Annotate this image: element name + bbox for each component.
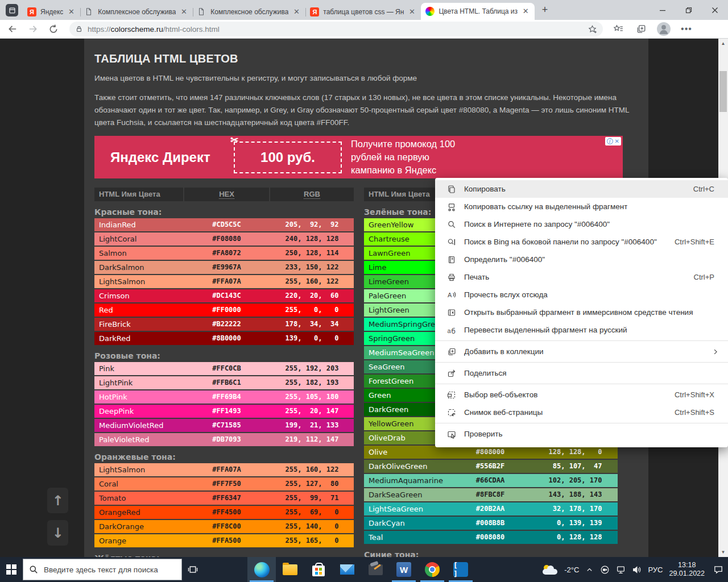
context-menu-item[interactable]: Добавить в коллекции xyxy=(435,343,728,360)
context-menu-item[interactable]: Снимок веб-страницыCtrl+Shift+S xyxy=(435,404,728,421)
menu-item-shortcut: Ctrl+Shift+X xyxy=(675,390,714,399)
ad-choices: i ✕ xyxy=(605,137,621,146)
language-indicator[interactable]: РУС xyxy=(648,566,663,574)
ad-info-icon[interactable]: i xyxy=(607,138,613,144)
close-tab-icon[interactable]: ✕ xyxy=(407,7,416,16)
tray-chevron-icon[interactable] xyxy=(585,566,594,574)
browser-tab[interactable]: Комплексное обслужива✕ xyxy=(80,4,193,20)
taskbar-app-mail[interactable] xyxy=(333,557,361,582)
color-rgb-cell: 255, 127, 80 xyxy=(270,477,354,490)
start-button[interactable] xyxy=(0,557,23,582)
close-tab-icon[interactable]: ✕ xyxy=(179,7,188,16)
color-name-cell: Orange xyxy=(94,534,183,547)
color-hex-cell: #FF7F50 xyxy=(184,477,269,490)
context-menu-item[interactable]: aбПеревести выделенный фрагмент на русск… xyxy=(435,321,728,339)
taskbar: Введите здесь текст для поиска W[ ] -2°C… xyxy=(0,557,728,582)
webselect-icon xyxy=(447,390,456,400)
clock[interactable]: 13:18 29.01.2022 xyxy=(669,561,705,578)
page-viewport: ТАБЛИЦА HTML ЦВЕТОВ Имена цветов в HTML … xyxy=(0,39,728,557)
address-bar[interactable]: https://colorscheme.ru/html-colors.html xyxy=(69,22,603,36)
color-hex-cell: #8FBC8F xyxy=(449,488,532,501)
back-button[interactable] xyxy=(5,21,20,37)
restore-button[interactable] xyxy=(676,0,702,20)
collections-icon[interactable] xyxy=(634,22,648,36)
weather-temp[interactable]: -2°C xyxy=(564,566,579,574)
taskbar-app-word[interactable]: W xyxy=(390,557,418,582)
context-menu-item[interactable]: Поиск в Интернете по запросу "#006400" xyxy=(435,215,728,233)
close-tab-icon[interactable]: ✕ xyxy=(67,7,76,16)
page-scroll-up-button[interactable]: ↑ xyxy=(47,488,68,513)
taskbar-app-brackets[interactable]: [ ] xyxy=(446,557,475,582)
favorites-icon[interactable] xyxy=(611,22,626,36)
color-name-cell: Coral xyxy=(94,477,183,490)
volume-icon[interactable] xyxy=(632,565,642,575)
page-scroll-down-button[interactable]: ↓ xyxy=(47,520,68,546)
color-name-cell: IndianRed xyxy=(94,218,183,231)
yandex-favicon-icon: Я xyxy=(27,7,36,16)
scrollbar-up-arrow[interactable]: ▲ xyxy=(718,39,728,48)
color-hex-cell: #FFA500 xyxy=(184,534,269,547)
settings-more-icon[interactable]: ••• xyxy=(679,22,694,36)
ad-text: Получите промокод 100рублей на первуюкам… xyxy=(351,138,455,177)
menu-separator xyxy=(435,423,728,423)
close-tab-icon[interactable]: ✕ xyxy=(292,7,301,16)
word-icon: W xyxy=(396,562,411,577)
browser-tab[interactable]: Цвета HTML. Таблица из✕ xyxy=(421,3,535,20)
color-hex-cell: #556B2F xyxy=(449,460,532,473)
profile-avatar[interactable] xyxy=(656,22,671,36)
context-menu-item[interactable]: КопироватьCtrl+C xyxy=(435,180,728,198)
taskbar-app-explorer[interactable] xyxy=(276,557,304,582)
close-window-button[interactable] xyxy=(702,0,728,20)
page-favicon-icon xyxy=(197,7,206,16)
color-hex-cell: #FF4500 xyxy=(184,506,269,519)
ad-banner[interactable]: Яндекс Директ ✂ 100 руб. Получите промок… xyxy=(94,136,623,178)
color-row: HotPink#FF69B4255, 105, 180 xyxy=(94,390,354,404)
taskbar-app-tools[interactable] xyxy=(361,557,390,582)
action-center-icon[interactable] xyxy=(713,564,723,575)
refresh-button[interactable] xyxy=(46,21,61,37)
color-name-cell: DeepPink xyxy=(94,405,183,418)
minimize-button[interactable] xyxy=(650,0,676,20)
taskbar-search-input[interactable]: Введите здесь текст для поиска xyxy=(23,559,182,580)
color-name-cell: DarkOrange xyxy=(94,520,183,533)
section-heading: Оранжевые тона: xyxy=(94,450,354,463)
menu-item-label: Определить "#006400" xyxy=(464,255,545,264)
context-menu-item[interactable]: Копировать ссылку на выделенный фрагмент xyxy=(435,198,728,215)
meet-now-icon[interactable] xyxy=(600,565,610,575)
weather-icon[interactable] xyxy=(543,565,558,575)
column-header-rgb[interactable]: RGB xyxy=(270,188,354,201)
browser-tab[interactable]: Ятаблица цветов css — Ян✕ xyxy=(305,4,421,20)
browser-tab[interactable]: Комплексное обслужива✕ xyxy=(193,4,305,20)
scrollbar-down-arrow[interactable]: ▼ xyxy=(718,547,728,557)
network-icon[interactable] xyxy=(616,565,626,575)
context-menu-item[interactable]: Проверить xyxy=(435,425,728,443)
forward-button[interactable] xyxy=(25,21,41,37)
color-rgb-cell: 255, 160, 122 xyxy=(270,275,354,288)
context-menu-item[interactable]: AПрочесть вслух отсюда xyxy=(435,286,728,304)
color-row: DarkSeaGreen#8FBC8F143, 188, 143 xyxy=(364,488,618,501)
menu-item-label: Перевести выделенный фрагмент на русский xyxy=(464,326,627,334)
close-tab-icon[interactable]: ✕ xyxy=(521,7,530,16)
ad-close-icon[interactable]: ✕ xyxy=(615,138,619,144)
context-menu-item[interactable]: ПечатьCtrl+P xyxy=(435,268,728,286)
taskbar-app-edge[interactable] xyxy=(247,557,276,582)
add-favorite-icon[interactable] xyxy=(588,24,597,34)
menu-item-label: Печать xyxy=(464,273,489,281)
context-menu-item[interactable]: Выбор веб-объектовCtrl+Shift+X xyxy=(435,386,728,404)
task-view-button[interactable] xyxy=(183,557,202,582)
context-menu-item[interactable]: Поделиться xyxy=(435,364,728,382)
taskbar-app-store[interactable] xyxy=(304,557,333,582)
context-menu-item[interactable]: Поиск в Bing на боковой панели по запрос… xyxy=(435,233,728,251)
color-row: MediumVioletRed#C71585199, 21, 133 xyxy=(94,419,354,432)
workspace-icon[interactable] xyxy=(6,4,18,16)
tab-title: Цвета HTML. Таблица из xyxy=(439,7,518,15)
browser-tab[interactable]: ЯЯндекс✕ xyxy=(23,4,80,20)
context-menu-item[interactable]: Определить "#006400" xyxy=(435,251,728,268)
scrollbar-thumb[interactable] xyxy=(719,71,727,112)
taskbar-app-chrome[interactable] xyxy=(418,557,446,582)
color-rgb-cell: 255, 165, 0 xyxy=(270,534,354,547)
new-tab-button[interactable]: + xyxy=(537,2,553,18)
context-menu-item[interactable]: Открыть выбранный фрагмент в иммерсивном… xyxy=(435,304,728,321)
color-name-cell: LightSalmon xyxy=(94,275,183,288)
column-header-hex[interactable]: HEX xyxy=(184,188,269,201)
